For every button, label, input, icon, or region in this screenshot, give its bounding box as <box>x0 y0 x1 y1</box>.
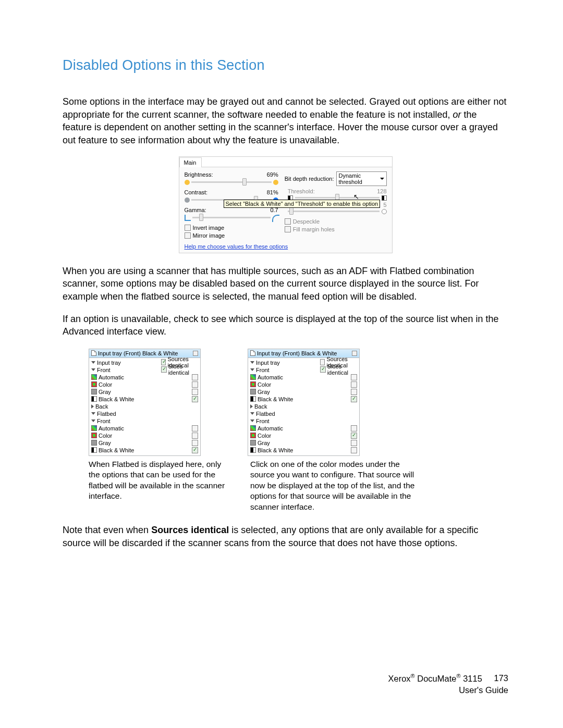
tree-it-color[interactable]: Color <box>249 381 358 388</box>
paragraph-2: When you are using a scanner that has mu… <box>63 265 508 303</box>
tree-it-gray[interactable]: Gray <box>249 388 358 396</box>
fb-auto-label: Automatic <box>99 425 192 431</box>
gray-icon <box>91 440 97 446</box>
it-bw-chk[interactable] <box>351 396 357 402</box>
brightness-slider[interactable] <box>185 179 278 186</box>
page-number: 173 <box>494 672 508 684</box>
auto-icon <box>250 425 256 431</box>
tree-fb-bw[interactable]: Black & White <box>90 447 199 454</box>
main-settings-panel: Main Brightness: 69% Contr <box>179 156 393 253</box>
tree-fb-color[interactable]: Color <box>249 432 358 439</box>
paragraph-1: Some options in the interface may be gra… <box>63 95 508 147</box>
fb-front-label: Front <box>256 418 357 424</box>
source-tree-left: Input tray (Front) Black & White Input t… <box>89 349 201 456</box>
sources-identical-chk-right[interactable] <box>320 359 325 365</box>
sides-identical-label: Sides identical <box>168 363 200 376</box>
gray-icon <box>250 389 256 394</box>
bit-depth-value: Dynamic threshold <box>339 172 380 185</box>
color-icon <box>250 381 256 387</box>
tree-it-color[interactable]: Color <box>90 381 199 388</box>
bw-icon <box>250 396 256 402</box>
auto-icon <box>250 374 256 380</box>
tree-back[interactable]: Back <box>249 403 358 410</box>
tree-fb-auto[interactable]: Automatic <box>249 425 358 432</box>
source-tree-right: Input tray (Front) Black & White Input t… <box>248 349 360 456</box>
back-label: Back <box>95 403 198 410</box>
caption-left: When Flatbed is displayed here, only the… <box>89 459 229 512</box>
sources-identical-chk-left[interactable] <box>161 359 166 365</box>
fb-gray-label: Gray <box>99 440 192 446</box>
bit-depth-combo[interactable]: Dynamic threshold <box>336 171 387 186</box>
invert-image-checkbox[interactable]: Invert image <box>185 225 278 231</box>
flatbed-label: Flatbed <box>97 411 198 417</box>
tree-header-label: Input tray (Front) Black & White <box>257 350 337 356</box>
gamma-label: Gamma: <box>185 207 206 213</box>
fb-bw-chk[interactable] <box>192 447 198 453</box>
it-color-chk[interactable] <box>351 381 357 388</box>
auto-icon <box>91 374 97 380</box>
sensitivity-value: 5 <box>383 202 386 208</box>
tree-fb-bw[interactable]: Black & White <box>249 447 358 454</box>
sides-identical-chk-right[interactable] <box>320 366 326 373</box>
it-gray-chk[interactable] <box>351 389 357 395</box>
tree-it-bw[interactable]: Black & White <box>249 396 358 403</box>
help-link[interactable]: Help me choose values for these options <box>179 241 392 253</box>
tree-fb-front[interactable]: Front <box>249 417 358 425</box>
tree-fb-color[interactable]: Color <box>90 432 199 439</box>
it-color-chk[interactable] <box>192 381 198 388</box>
footer-model: 3115 <box>461 673 482 683</box>
footer-brand: Xerox <box>388 673 410 683</box>
para4-a: Note that even when <box>63 525 151 535</box>
gray-label: Gray <box>99 389 192 395</box>
tree-fb-gray[interactable]: Gray <box>90 439 199 447</box>
fb-gray-chk[interactable] <box>351 440 357 446</box>
mirror-label: Mirror image <box>193 232 225 239</box>
paragraph-3: If an option is unavailable, check to se… <box>63 313 508 338</box>
page-icon <box>250 350 255 356</box>
gray-label: Gray <box>258 389 351 395</box>
brightness-max-icon <box>273 180 278 185</box>
contrast-value: 81% <box>267 189 278 195</box>
paragraph-4: Note that even when Sources identical is… <box>63 524 508 549</box>
section-heading: Disabled Options in this Section <box>63 57 508 73</box>
fb-auto-chk[interactable] <box>192 425 198 431</box>
mirror-image-checkbox[interactable]: Mirror image <box>185 232 278 239</box>
back-label: Back <box>254 403 357 410</box>
fb-color-label: Color <box>258 433 351 439</box>
threshold-label: Threshold: <box>288 188 315 194</box>
tree-flatbed[interactable]: Flatbed <box>90 410 199 417</box>
gray-icon <box>91 389 97 394</box>
tab-main[interactable]: Main <box>179 157 202 167</box>
tree-fb-front[interactable]: Front <box>90 417 199 425</box>
bw-high-icon <box>382 195 387 201</box>
tree-it-bw[interactable]: Black & White <box>90 396 199 403</box>
tree-flatbed[interactable]: Flatbed <box>249 410 358 417</box>
tree-fb-gray[interactable]: Gray <box>249 439 358 447</box>
fb-color-chk[interactable] <box>192 433 198 439</box>
tree-it-gray[interactable]: Gray <box>90 388 199 396</box>
fb-color-chk[interactable] <box>351 433 357 439</box>
pin-icon[interactable] <box>193 351 198 356</box>
gamma-row: Gamma: 0.7 <box>185 207 278 221</box>
color-icon <box>250 433 256 438</box>
fb-front-label: Front <box>97 418 198 424</box>
pin-icon[interactable] <box>352 351 357 356</box>
brightness-min-icon <box>185 180 190 185</box>
gray-icon <box>250 440 256 446</box>
it-gray-chk[interactable] <box>192 389 198 395</box>
fb-bw-chk[interactable] <box>351 447 357 453</box>
fb-auto-chk[interactable] <box>351 425 357 431</box>
gamma-slider[interactable] <box>185 214 278 221</box>
it-bw-chk[interactable] <box>192 396 198 402</box>
tree-back[interactable]: Back <box>90 403 199 410</box>
color-label: Color <box>258 381 351 388</box>
sides-identical-chk-left[interactable] <box>161 366 167 373</box>
fb-bw-label: Black & White <box>99 447 192 453</box>
fb-gray-chk[interactable] <box>192 440 198 446</box>
contrast-label: Contrast: <box>185 189 208 195</box>
tree-fb-auto[interactable]: Automatic <box>90 425 199 432</box>
brightness-value: 69% <box>267 171 278 178</box>
bw-icon <box>91 396 97 402</box>
bw-label: Black & White <box>99 396 192 402</box>
gamma-high-icon <box>272 215 278 221</box>
